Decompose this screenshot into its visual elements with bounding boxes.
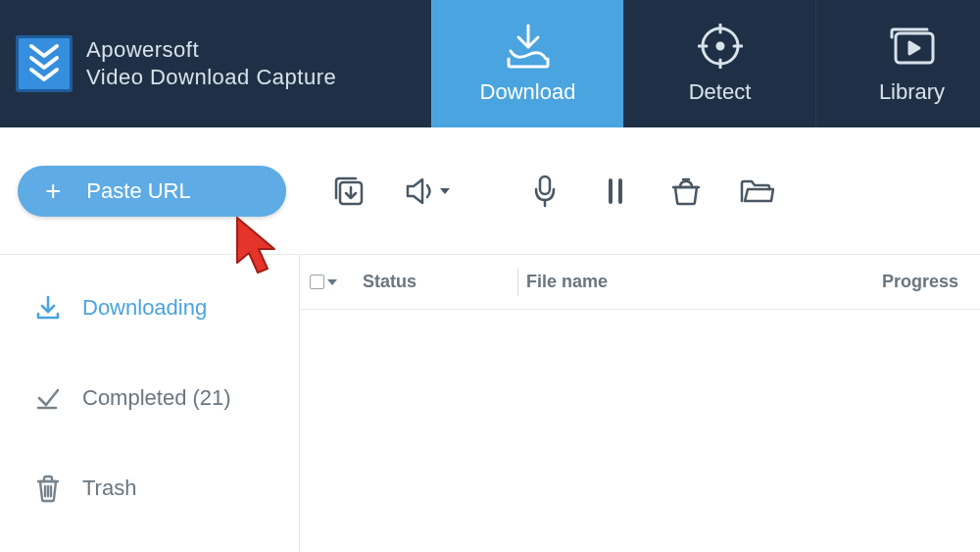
paste-url-button[interactable]: + Paste URL (18, 166, 286, 217)
delete-button[interactable] (664, 170, 708, 213)
delete-icon (670, 176, 702, 206)
content-area: Status File name Progress (300, 255, 980, 552)
volume-dropdown-button[interactable] (398, 170, 457, 213)
batch-download-icon (332, 175, 366, 208)
chevron-down-icon (327, 279, 337, 285)
sidebar-item-downloading[interactable]: Downloading (0, 263, 299, 353)
tab-library-label: Library (879, 79, 945, 105)
column-progress[interactable]: Progress (843, 272, 980, 292)
column-file-name[interactable]: File name (526, 272, 843, 292)
column-status[interactable]: Status (363, 272, 510, 292)
svg-marker-8 (909, 42, 919, 54)
record-button[interactable] (523, 170, 566, 213)
open-folder-icon (739, 177, 774, 205)
sidebar-item-trash[interactable]: Trash (0, 443, 299, 533)
app-header: Apowersoft Video Download Capture (0, 0, 980, 127)
download-icon (34, 294, 62, 322)
chevron-down-icon (440, 188, 450, 194)
pause-button[interactable] (594, 170, 637, 213)
record-mic-icon (532, 175, 558, 208)
tab-library[interactable]: Library (815, 0, 980, 127)
tab-detect[interactable]: Detect (623, 0, 815, 127)
trash-icon (35, 474, 61, 503)
tab-detect-label: Detect (689, 79, 752, 105)
table-body-empty (300, 310, 980, 552)
app-logo (16, 35, 73, 92)
table-header: Status File name Progress (300, 255, 980, 310)
pause-icon (605, 176, 626, 206)
sidebar: Downloading Completed (21) (0, 255, 300, 552)
volume-icon (405, 176, 436, 206)
batch-download-button[interactable] (327, 170, 370, 213)
tab-download-label: Download (480, 79, 576, 105)
open-folder-button[interactable] (735, 170, 778, 213)
download-tray-icon (505, 24, 552, 69)
brand-line-1: Apowersoft (86, 37, 336, 63)
logo-chevrons-icon (27, 42, 61, 85)
brand-block: Apowersoft Video Download Capture (0, 0, 431, 127)
check-icon (34, 384, 62, 412)
brand-text: Apowersoft Video Download Capture (86, 37, 336, 90)
play-folder-icon (888, 25, 937, 67)
select-all-checkbox[interactable] (310, 275, 363, 289)
tab-download[interactable]: Download (431, 0, 623, 127)
header-tabs: Download Detect (431, 0, 980, 127)
svg-rect-11 (540, 176, 550, 194)
sidebar-completed-label: Completed (21) (82, 385, 231, 411)
svg-point-2 (717, 43, 723, 49)
sidebar-item-completed[interactable]: Completed (21) (0, 353, 299, 443)
crosshair-icon (698, 24, 743, 69)
plus-icon: + (45, 177, 61, 205)
sidebar-downloading-label: Downloading (82, 295, 207, 321)
paste-url-label: Paste URL (86, 178, 190, 204)
sidebar-trash-label: Trash (82, 476, 136, 501)
brand-line-2: Video Download Capture (86, 65, 336, 90)
